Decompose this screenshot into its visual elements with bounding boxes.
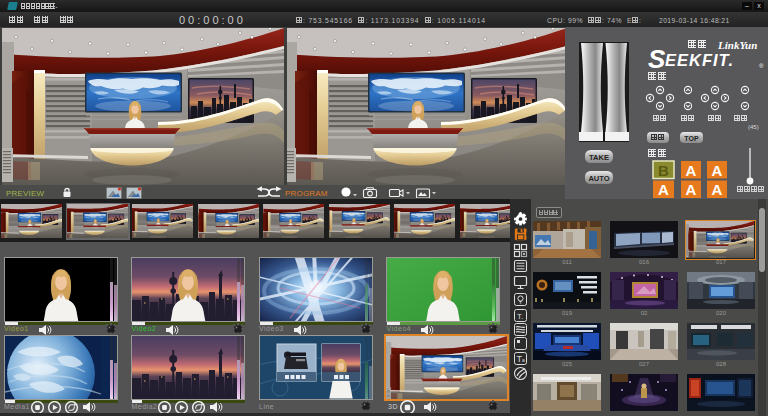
- svg-text:A: A: [658, 181, 669, 198]
- svg-text:T.: T.: [517, 312, 523, 321]
- svg-text:A: A: [686, 181, 697, 198]
- svg-text:®: ®: [759, 63, 764, 69]
- svg-text:AUTO: AUTO: [588, 174, 609, 183]
- svg-text:S: S: [648, 44, 666, 74]
- svg-text:TOP: TOP: [684, 135, 699, 142]
- svg-text:LinkYun: LinkYun: [717, 39, 757, 51]
- svg-text:A: A: [712, 162, 723, 179]
- svg-text:A: A: [686, 162, 697, 179]
- svg-text:TAKE: TAKE: [589, 153, 609, 162]
- svg-text:A: A: [712, 181, 723, 198]
- svg-text:Ta: Ta: [517, 354, 526, 364]
